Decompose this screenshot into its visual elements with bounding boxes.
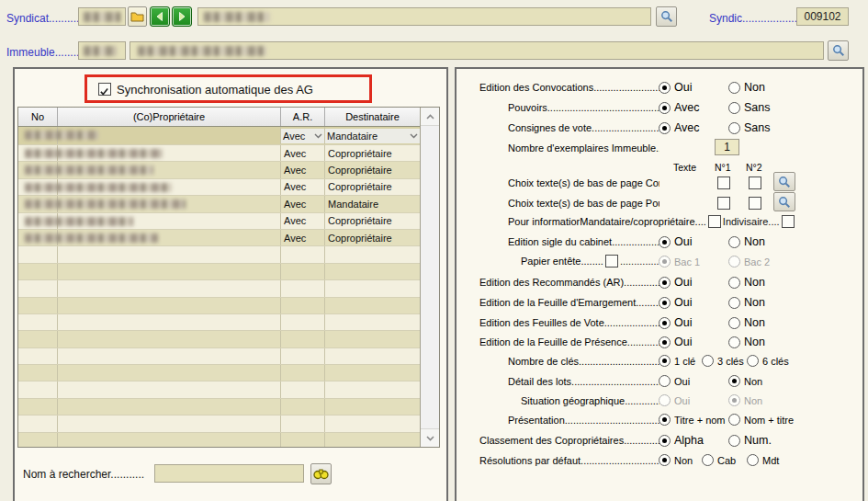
radio-oui[interactable] bbox=[659, 336, 671, 348]
cell-no bbox=[18, 348, 58, 364]
checkbox-choix-texte-s-de-bas-de-page-convocation-cb1[interactable] bbox=[717, 176, 730, 189]
table-row[interactable] bbox=[18, 381, 420, 398]
radio-group-item: Oui bbox=[659, 316, 692, 329]
radio-group-item: Titre + nom bbox=[659, 414, 726, 426]
checkbox-choix-texte-s-de-bas-de-page-convocation-cb2[interactable] bbox=[749, 176, 761, 189]
next-button[interactable] bbox=[172, 6, 192, 27]
radio-6-cles[interactable] bbox=[747, 355, 759, 367]
option-label: Choix texte(s) de bas de page Convocatio… bbox=[508, 177, 659, 188]
radio-num[interactable] bbox=[728, 435, 740, 447]
radio-nom-titre[interactable] bbox=[728, 414, 740, 426]
immeuble-address-field[interactable] bbox=[130, 41, 824, 60]
radio-cab[interactable] bbox=[702, 454, 714, 466]
table-row[interactable]: AvecMandataire bbox=[18, 196, 420, 212]
table-row[interactable] bbox=[18, 365, 420, 381]
radio-avec[interactable] bbox=[659, 122, 671, 134]
radio-label: Non bbox=[744, 276, 765, 289]
column-header-a-r[interactable]: A.R. bbox=[281, 108, 325, 126]
name-search-input[interactable] bbox=[154, 464, 304, 483]
checkbox-wrap bbox=[717, 176, 730, 189]
radio-non[interactable] bbox=[728, 277, 740, 289]
ar-dropdown[interactable]: Avec bbox=[281, 129, 324, 143]
radio-1-cle[interactable] bbox=[659, 355, 671, 367]
radio-label: Avec bbox=[674, 101, 700, 114]
radio-sans[interactable] bbox=[728, 102, 740, 114]
button-wrap bbox=[773, 192, 795, 211]
radio-alpha[interactable] bbox=[659, 435, 671, 447]
table-row[interactable] bbox=[18, 331, 420, 347]
cell-destinataire[interactable]: Mandataire bbox=[325, 127, 420, 144]
scroll-up-button[interactable] bbox=[421, 108, 439, 126]
table-row[interactable]: AvecCopropriétaire bbox=[18, 213, 420, 230]
column-header-co-proprietaire[interactable]: (Co)Propriétaire bbox=[58, 108, 281, 126]
cell-ar[interactable]: Avec bbox=[281, 127, 325, 144]
magnifier-icon bbox=[778, 196, 791, 209]
radio-non[interactable] bbox=[728, 336, 740, 348]
table-row[interactable]: AvecCopropriétaire bbox=[18, 145, 420, 162]
cell-ar bbox=[281, 433, 325, 447]
cell-destinataire bbox=[325, 381, 420, 397]
table-row[interactable]: AvecCopropriétaire bbox=[18, 162, 420, 178]
choose-text-button[interactable] bbox=[773, 172, 795, 191]
table-row[interactable]: AvecMandataire bbox=[18, 127, 420, 145]
radio-oui[interactable] bbox=[659, 317, 671, 329]
table-row[interactable] bbox=[18, 399, 420, 416]
checkbox-pour-informatiormandataire-coproprietaire[interactable] bbox=[782, 215, 795, 228]
table-row[interactable] bbox=[18, 246, 420, 263]
checkbox-choix-texte-s-de-bas-de-page-pouvoir-cb1[interactable] bbox=[717, 197, 730, 210]
open-folder-button[interactable] bbox=[128, 6, 147, 27]
radio-oui[interactable] bbox=[659, 82, 671, 94]
radio-titre-nom[interactable] bbox=[659, 414, 671, 426]
radio-non[interactable] bbox=[659, 454, 671, 466]
table-row[interactable] bbox=[18, 433, 420, 447]
previous-button[interactable] bbox=[150, 6, 170, 27]
table-row[interactable]: AvecCopropriétaire bbox=[18, 230, 420, 246]
choose-text-button[interactable] bbox=[773, 192, 795, 211]
radio-oui[interactable] bbox=[659, 297, 671, 309]
radio-non[interactable] bbox=[728, 236, 740, 248]
sync-ag-checkbox[interactable] bbox=[98, 83, 111, 96]
column-header-no[interactable]: No bbox=[18, 108, 58, 126]
syndic-code-field[interactable]: 009102 bbox=[796, 7, 849, 26]
checkbox-papier-entete[interactable] bbox=[605, 255, 618, 268]
syndicat-code-field[interactable] bbox=[78, 7, 126, 26]
checkbox-pour-informatiormandataire-coproprietaire[interactable] bbox=[708, 215, 721, 228]
table-row[interactable]: AvecCopropriétaire bbox=[18, 179, 420, 196]
table-row[interactable] bbox=[18, 280, 420, 297]
option-label: Edition des Feuilles de Vote............… bbox=[479, 317, 659, 328]
cell-no bbox=[18, 314, 58, 330]
immeuble-code-field[interactable] bbox=[78, 41, 126, 60]
radio-non[interactable] bbox=[728, 375, 740, 387]
destinataire-value: Mandataire bbox=[327, 131, 378, 142]
exemplaires-count-field[interactable]: 1 bbox=[715, 139, 739, 155]
checkbox-choix-texte-s-de-bas-de-page-pouvoir-cb2[interactable] bbox=[749, 197, 761, 210]
radio-oui[interactable] bbox=[659, 375, 671, 387]
radio-non[interactable] bbox=[728, 317, 740, 329]
option-label: Papier entête........ bbox=[521, 256, 603, 267]
radio-mdt[interactable] bbox=[747, 454, 759, 466]
table-row[interactable] bbox=[18, 416, 420, 432]
radio-oui[interactable] bbox=[659, 236, 671, 248]
column-header-destinataire[interactable]: Destinataire bbox=[325, 108, 420, 126]
radio-non[interactable] bbox=[728, 297, 740, 309]
table-row[interactable] bbox=[18, 264, 420, 280]
destinataire-dropdown[interactable]: Mandataire bbox=[325, 129, 420, 143]
radio-sans[interactable] bbox=[728, 122, 740, 134]
radio-3-cles[interactable] bbox=[702, 355, 714, 367]
scroll-down-button[interactable] bbox=[421, 428, 439, 447]
radio-oui[interactable] bbox=[659, 277, 671, 289]
radio-avec[interactable] bbox=[659, 102, 671, 114]
table-row[interactable] bbox=[18, 314, 420, 331]
syndicat-name-field[interactable] bbox=[197, 7, 651, 26]
radio-label: Non bbox=[744, 376, 762, 387]
immeuble-search-button[interactable] bbox=[828, 40, 849, 61]
table-row[interactable] bbox=[18, 298, 420, 314]
table-row[interactable] bbox=[18, 348, 420, 365]
cell-owner bbox=[58, 381, 281, 397]
cell-owner bbox=[58, 365, 281, 381]
name-search-button[interactable] bbox=[310, 463, 332, 484]
radio-non[interactable] bbox=[728, 82, 740, 94]
table-scrollbar[interactable] bbox=[420, 108, 439, 447]
radio-group-item: Avec bbox=[659, 121, 700, 134]
syndicat-search-button[interactable] bbox=[656, 6, 677, 27]
